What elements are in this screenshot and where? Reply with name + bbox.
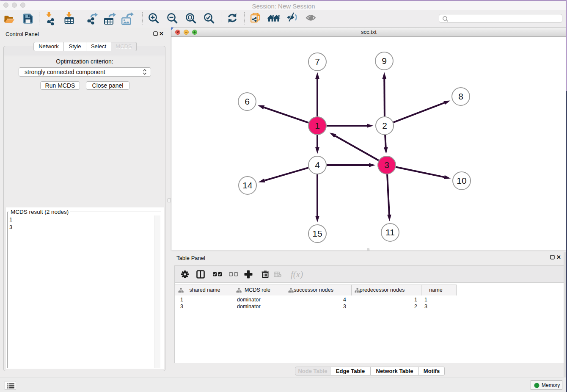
svg-text:8: 8: [458, 91, 463, 101]
svg-text:10: 10: [457, 176, 466, 185]
svg-text:9: 9: [382, 56, 387, 66]
svg-text:14: 14: [242, 180, 253, 190]
svg-text:7: 7: [315, 57, 320, 66]
svg-text:4: 4: [315, 160, 320, 170]
svg-text:11: 11: [385, 227, 395, 237]
svg-text:f(x): f(x): [291, 269, 303, 279]
svg-text:15: 15: [312, 229, 322, 238]
svg-text:6: 6: [245, 97, 250, 106]
svg-text:3: 3: [384, 160, 389, 170]
svg-text:1: 1: [315, 121, 320, 130]
svg-text:2: 2: [382, 121, 387, 130]
